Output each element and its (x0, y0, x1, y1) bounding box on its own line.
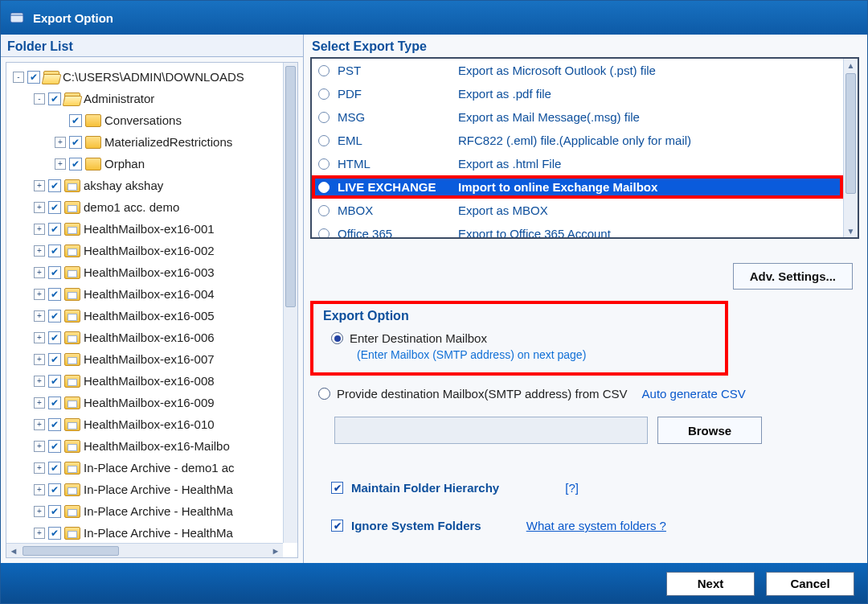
expand-icon[interactable]: + (34, 267, 45, 278)
folder-icon (64, 397, 80, 409)
tree-node[interactable]: +✔demo1 acc. demo (6, 196, 283, 218)
expand-icon[interactable]: + (34, 224, 45, 235)
tree-checkbox[interactable]: ✔ (48, 505, 61, 518)
folder-icon (64, 375, 80, 388)
tree-node[interactable]: +✔In-Place Archive - demo1 ac (6, 457, 283, 479)
tree-checkbox[interactable]: ✔ (48, 310, 61, 323)
expand-icon[interactable]: + (34, 354, 45, 365)
tree-checkbox[interactable]: ✔ (48, 375, 61, 388)
tree-node[interactable]: +✔In-Place Archive - HealthMa (6, 479, 283, 500)
tree-node[interactable]: +✔HealthMailbox-ex16-005 (6, 305, 283, 327)
maintain-hierarchy-checkbox[interactable]: ✔ (331, 482, 343, 494)
browse-button[interactable]: Browse (657, 417, 762, 444)
tree-checkbox[interactable]: ✔ (69, 136, 82, 149)
tree-vertical-scrollbar[interactable] (283, 63, 297, 543)
tree-node[interactable]: +✔HealthMailbox-ex16-007 (6, 348, 283, 370)
tree-node[interactable]: +✔HealthMailbox-ex16-008 (6, 370, 283, 392)
tree-checkbox[interactable]: ✔ (48, 440, 61, 453)
export-type-row[interactable]: PDFExport as .pdf file (312, 82, 843, 105)
expand-icon[interactable]: + (34, 310, 45, 322)
tree-checkbox[interactable]: ✔ (48, 92, 61, 105)
collapse-icon[interactable]: - (13, 72, 24, 83)
scroll-up-icon[interactable]: ▲ (844, 59, 858, 72)
expand-icon[interactable]: + (34, 245, 45, 257)
folder-tree[interactable]: -✔C:\USERS\ADMIN\DOWNLOADS-✔Administrato… (6, 62, 298, 558)
expand-icon[interactable]: + (34, 506, 45, 517)
expand-icon[interactable]: + (34, 462, 45, 474)
export-type-row[interactable]: Office 365Export to Office 365 Account (312, 222, 843, 239)
expand-icon[interactable]: + (34, 397, 45, 409)
tree-checkbox[interactable]: ✔ (48, 462, 61, 475)
tree-checkbox[interactable]: ✔ (48, 223, 61, 236)
export-type-row[interactable]: MBOXExport as MBOX (312, 199, 843, 222)
scroll-left-icon[interactable]: ◄ (6, 544, 21, 557)
tree-node[interactable]: ✔Conversations (6, 109, 283, 131)
expand-icon[interactable]: + (34, 202, 45, 213)
expand-icon[interactable]: + (55, 137, 66, 148)
scroll-down-icon[interactable]: ▼ (844, 224, 858, 237)
tree-node[interactable]: +✔HealthMailbox-ex16-009 (6, 392, 283, 413)
auto-generate-csv-link[interactable]: Auto generate CSV (642, 387, 746, 401)
tree-checkbox[interactable]: ✔ (27, 71, 40, 84)
next-button[interactable]: Next (666, 572, 755, 596)
tree-checkbox[interactable]: ✔ (48, 266, 61, 279)
tree-node[interactable]: +✔MaterializedRestrictions (6, 131, 283, 153)
tree-checkbox[interactable]: ✔ (48, 527, 61, 540)
expand-icon[interactable]: + (55, 158, 66, 170)
tree-horizontal-scrollbar[interactable]: ◄ ► (6, 543, 283, 557)
tree-checkbox[interactable]: ✔ (48, 201, 61, 214)
tree-node[interactable]: +✔In-Place Archive - HealthMa (6, 522, 283, 543)
tree-node[interactable]: +✔akshay akshay (6, 175, 283, 196)
export-type-row[interactable]: PSTExport as Microsoft Outlook (.pst) fi… (312, 59, 843, 82)
tree-node[interactable]: +✔In-Place Archive - HealthMa (6, 500, 283, 522)
expand-icon[interactable]: + (34, 441, 45, 452)
export-type-list[interactable]: PSTExport as Microsoft Outlook (.pst) fi… (310, 57, 859, 239)
tree-checkbox[interactable]: ✔ (48, 483, 61, 496)
expand-icon[interactable]: + (34, 419, 45, 430)
tree-node[interactable]: +✔HealthMailbox-ex16-004 (6, 283, 283, 305)
expand-icon[interactable]: + (34, 289, 45, 300)
hierarchy-help-link[interactable]: [?] (565, 481, 579, 495)
tree-node[interactable]: +✔HealthMailbox-ex16-002 (6, 240, 283, 261)
export-type-row[interactable]: EMLRFC822 (.eml) file.(Applicable only f… (312, 129, 843, 152)
tree-checkbox[interactable]: ✔ (48, 331, 61, 344)
system-folders-link[interactable]: What are system folders ? (526, 519, 666, 532)
tree-node[interactable]: +✔HealthMailbox-ex16-001 (6, 218, 283, 240)
tree-node[interactable]: +✔HealthMailbox-ex16-Mailbo (6, 435, 283, 457)
export-type-row[interactable]: HTMLExport as .html File (312, 152, 843, 175)
tree-node[interactable]: +✔HealthMailbox-ex16-006 (6, 327, 283, 348)
cancel-button[interactable]: Cancel (766, 572, 854, 596)
tree-checkbox[interactable]: ✔ (48, 353, 61, 366)
tree-checkbox[interactable]: ✔ (48, 288, 61, 301)
tree-checkbox[interactable]: ✔ (69, 158, 82, 171)
expand-icon[interactable]: + (34, 180, 45, 191)
tree-checkbox[interactable]: ✔ (48, 179, 61, 192)
csv-path-input[interactable] (334, 417, 648, 444)
folder-icon (64, 440, 80, 453)
expand-icon[interactable]: + (34, 332, 45, 343)
export-list-scrollbar[interactable]: ▲ ▼ (843, 59, 858, 237)
adv-settings-button[interactable]: Adv. Settings... (733, 263, 853, 290)
tree-node[interactable]: +✔HealthMailbox-ex16-003 (6, 261, 283, 283)
tree-node[interactable]: +✔Orphan (6, 153, 283, 175)
tree-node[interactable]: -✔Administrator (6, 88, 283, 109)
export-type-row[interactable]: LIVE EXCHANGEImport to online Exchange M… (312, 175, 843, 199)
collapse-icon[interactable]: - (34, 93, 45, 105)
export-type-row[interactable]: MSGExport as Mail Message(.msg) file (312, 105, 843, 129)
expand-icon[interactable]: + (34, 528, 45, 539)
tree-node[interactable]: +✔HealthMailbox-ex16-010 (6, 413, 283, 435)
export-type-name: Office 365 (338, 227, 458, 239)
tree-checkbox[interactable]: ✔ (48, 244, 61, 257)
tree-checkbox[interactable]: ✔ (48, 397, 61, 409)
tree-node-label: HealthMailbox-ex16-010 (84, 417, 215, 431)
scroll-right-icon[interactable]: ► (268, 544, 283, 557)
enter-destination-radio[interactable]: Enter Destination Mailbox (331, 331, 715, 345)
tree-node-label: In-Place Archive - HealthMa (84, 504, 233, 518)
tree-node[interactable]: -✔C:\USERS\ADMIN\DOWNLOADS (6, 66, 283, 88)
expand-icon[interactable]: + (34, 376, 45, 387)
tree-checkbox[interactable]: ✔ (48, 418, 61, 431)
expand-icon[interactable]: + (34, 484, 45, 495)
csv-radio[interactable]: Provide destination Mailbox(SMTP address… (318, 387, 628, 401)
tree-checkbox[interactable]: ✔ (69, 114, 82, 127)
ignore-system-checkbox[interactable]: ✔ (331, 520, 343, 532)
